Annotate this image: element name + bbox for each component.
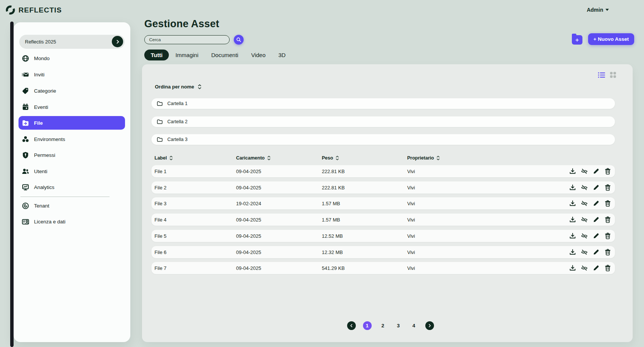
- cell-proprietario: Vivi: [407, 185, 569, 191]
- pagination-page-2[interactable]: 2: [379, 323, 387, 328]
- cell-caricamento: 09-04-2025: [236, 249, 322, 255]
- tab-immagini[interactable]: Immagini: [175, 52, 198, 58]
- tab-3d[interactable]: 3D: [278, 52, 286, 58]
- download-button[interactable]: [569, 249, 576, 256]
- column-header-caricamento[interactable]: Caricamento: [236, 155, 322, 161]
- edit-button[interactable]: [593, 200, 599, 207]
- sidebar-item-label: Inviti: [34, 72, 45, 77]
- license-card-icon: [22, 218, 29, 225]
- download-button[interactable]: [569, 216, 576, 223]
- download-button[interactable]: [569, 168, 576, 175]
- hide-button[interactable]: [581, 168, 588, 175]
- download-icon: [569, 249, 576, 256]
- sidebar-item-tenant[interactable]: Tenant: [14, 199, 130, 212]
- edit-button[interactable]: [593, 184, 599, 191]
- sidebar-item-file[interactable]: File: [19, 116, 125, 130]
- tab-tutti[interactable]: Tutti: [144, 50, 169, 60]
- grid-view-button[interactable]: [610, 71, 616, 78]
- delete-button[interactable]: [604, 249, 611, 256]
- table-row[interactable]: File 7 09-04-2025 541.29 KB Vivi: [151, 262, 615, 274]
- trash-icon: [604, 265, 611, 271]
- folder-row-cartella-1[interactable]: Cartella 1: [151, 98, 615, 109]
- workspace-expand-button[interactable]: [112, 36, 123, 47]
- download-button[interactable]: [569, 265, 576, 271]
- brand-logo: REFLECTIS: [5, 5, 62, 15]
- edit-button[interactable]: [593, 232, 599, 239]
- row-actions: [569, 184, 611, 191]
- delete-button[interactable]: [604, 265, 611, 271]
- folder-row-cartella-2[interactable]: Cartella 2: [151, 116, 615, 127]
- table-row[interactable]: File 3 19-02-2024 1.57 MB Vivi: [151, 197, 615, 209]
- sidebar-item-categorie[interactable]: Categorie: [14, 84, 130, 98]
- trash-icon: [604, 249, 611, 256]
- grid-view-icon: [610, 71, 616, 78]
- edit-button[interactable]: [593, 249, 599, 256]
- trash-icon: [604, 200, 611, 207]
- pagination-page-1[interactable]: 1: [363, 321, 372, 330]
- column-header-proprietario[interactable]: Proprietario: [407, 155, 611, 161]
- new-folder-button[interactable]: [572, 35, 582, 45]
- delete-button[interactable]: [604, 200, 611, 207]
- row-actions: [569, 168, 611, 175]
- column-header-label[interactable]: Label: [154, 155, 236, 161]
- search-input[interactable]: [144, 35, 230, 44]
- pagination-next-button[interactable]: [425, 321, 434, 330]
- new-asset-button[interactable]: + Nuovo Asset: [588, 33, 634, 45]
- pagination-page-4[interactable]: 4: [410, 323, 418, 328]
- hide-button[interactable]: [581, 232, 588, 239]
- hide-button[interactable]: [581, 200, 588, 207]
- table-row[interactable]: File 2 09-04-2025 222.81 KB Vivi: [151, 181, 615, 194]
- table-row[interactable]: File 5 09-04-2025 12.52 MB Vivi: [151, 230, 615, 242]
- eye-off-icon: [581, 232, 588, 239]
- sidebar-item-inviti[interactable]: Inviti: [14, 68, 130, 81]
- folder-row-cartella-3[interactable]: Cartella 3: [151, 134, 615, 145]
- delete-button[interactable]: [604, 232, 611, 239]
- sidebar-item-eventi[interactable]: Eventi: [14, 100, 130, 114]
- sidebar-item-permessi[interactable]: Permessi: [14, 148, 130, 162]
- eye-off-icon: [581, 249, 588, 256]
- workspace-selector[interactable]: Reflectis 2025: [19, 35, 125, 49]
- search-button[interactable]: [234, 35, 244, 45]
- cell-caricamento: 09-04-2025: [236, 265, 322, 271]
- delete-button[interactable]: [604, 216, 611, 223]
- edit-button[interactable]: [593, 216, 599, 223]
- table-row[interactable]: File 6 09-04-2025 12.32 MB Vivi: [151, 246, 615, 258]
- table-row[interactable]: File 4 09-04-2025 1.57 MB Vivi: [151, 214, 615, 226]
- table-row[interactable]: File 1 09-04-2025 222.81 KB Vivi: [151, 165, 615, 177]
- globe-icon: [22, 55, 29, 62]
- download-button[interactable]: [569, 184, 576, 191]
- sidebar-item-mondo[interactable]: Mondo: [14, 51, 130, 65]
- row-actions: [569, 265, 611, 271]
- pagination-prev-button[interactable]: [347, 321, 356, 330]
- hide-button[interactable]: [581, 265, 588, 271]
- sidebar-item-environments[interactable]: Environments: [14, 132, 130, 146]
- pagination-page-3[interactable]: 3: [394, 323, 403, 328]
- download-icon: [569, 232, 576, 239]
- download-button[interactable]: [569, 200, 576, 207]
- hide-button[interactable]: [581, 249, 588, 256]
- cell-peso: 541.29 KB: [322, 265, 407, 271]
- admin-menu[interactable]: Admin: [587, 7, 609, 13]
- cell-label: File 3: [154, 201, 236, 206]
- cell-label: File 5: [154, 233, 236, 239]
- sort-by-name-control[interactable]: Ordina per nome: [155, 84, 202, 90]
- column-header-peso[interactable]: Peso: [322, 155, 407, 161]
- tab-documenti[interactable]: Documenti: [211, 52, 238, 58]
- download-button[interactable]: [569, 232, 576, 239]
- tab-video[interactable]: Video: [251, 52, 266, 58]
- sidebar-item-analytics[interactable]: Analytics: [14, 180, 130, 194]
- edit-button[interactable]: [593, 168, 599, 175]
- edit-button[interactable]: [593, 265, 599, 271]
- vertical-scrollbar[interactable]: [10, 22, 14, 347]
- sidebar-item-label: Tenant: [34, 203, 49, 209]
- caret-down-icon: [605, 9, 609, 11]
- sidebar-item-licenza[interactable]: Licenza e dati: [14, 215, 130, 228]
- delete-button[interactable]: [604, 168, 611, 175]
- list-view-button[interactable]: [598, 72, 605, 78]
- trash-icon: [604, 184, 611, 191]
- hide-button[interactable]: [581, 184, 588, 191]
- sidebar-item-utenti[interactable]: Utenti: [14, 164, 130, 178]
- hide-button[interactable]: [581, 216, 588, 223]
- delete-button[interactable]: [604, 184, 611, 191]
- download-icon: [569, 216, 576, 223]
